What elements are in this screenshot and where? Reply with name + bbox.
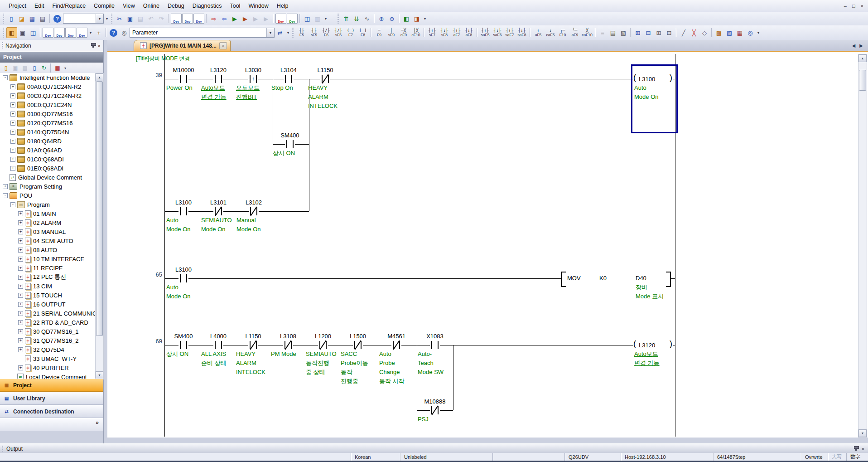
find-icon[interactable]: ◎ [119, 28, 129, 38]
tree-item-local-device-comment[interactable]: +⇄Local Device Comment [0, 372, 103, 379]
pin-icon[interactable] [855, 447, 857, 451]
tree-item-program-setting[interactable]: +≡Program Setting [0, 182, 103, 191]
scroll-down-icon[interactable]: ▼ [96, 371, 103, 379]
expander-icon[interactable]: + [10, 121, 15, 126]
expander-icon[interactable]: + [18, 275, 23, 280]
contact-l1200[interactable] [318, 341, 328, 349]
delete-column-icon[interactable]: ⊟ [664, 28, 674, 38]
expander-icon[interactable]: + [18, 284, 23, 289]
menu-find-replace[interactable]: Find/Replace [48, 1, 90, 10]
expander-icon[interactable]: + [18, 211, 23, 216]
contact-l3102[interactable] [249, 207, 259, 215]
sort-filter-dropdown-icon[interactable]: ▾ [63, 63, 68, 73]
contact-l1150[interactable] [320, 75, 330, 83]
change-tc-setting-icon[interactable]: ◇ [699, 28, 709, 38]
tree-item-00a0-qj71c24n-r2[interactable]: +00A0:QJ71C24N-R2 [0, 82, 103, 91]
falling-pulse-close-branch-button[interactable]: ┤↓├saF8 [516, 26, 528, 39]
tree-item-15-touch[interactable]: +╪15 TOUCH [0, 291, 103, 300]
expander-icon[interactable]: - [3, 193, 8, 198]
edit-options-dropdown-icon[interactable]: ▾ [285, 28, 291, 38]
expander-icon[interactable]: + [10, 112, 15, 117]
expander-icon[interactable]: + [18, 293, 23, 298]
menu-compile[interactable]: Compile [90, 1, 119, 10]
tree-item-03-manual[interactable]: +╪03 MANUAL [0, 227, 103, 236]
falling-pulse-branch-button[interactable]: ┤↓├aF8 [463, 26, 475, 39]
open-project-icon[interactable]: ◪ [17, 14, 27, 24]
local-device-monitor-icon[interactable]: ◧ [401, 14, 411, 24]
menu-view[interactable]: View [119, 1, 139, 10]
tree-item-0180-q64rd[interactable]: +0180:Q64RD [0, 136, 103, 146]
contact-sm400[interactable] [285, 140, 295, 148]
contact-l1150[interactable] [248, 341, 258, 349]
delete-connect-line-icon[interactable]: ╳ [689, 28, 699, 38]
device-comment-display-icon[interactable]: ▩ [714, 28, 724, 38]
expander-icon[interactable]: + [18, 229, 23, 234]
coil-l3120[interactable]: ()L3120 [633, 340, 673, 350]
menu-help[interactable]: Help [273, 1, 293, 10]
menu-online[interactable]: Online [139, 1, 164, 10]
contact-sm400[interactable] [178, 341, 188, 349]
cross-reference-icon[interactable]: + [94, 28, 104, 38]
stop-monitoring-icon[interactable]: ⇊ [352, 14, 362, 24]
note-display-icon[interactable]: ▦ [735, 28, 745, 38]
write-to-plc-icon[interactable]: ⇨ [209, 14, 219, 24]
editor-scrollbar[interactable]: ▲ ▼ [858, 54, 867, 438]
expander-icon[interactable]: + [10, 102, 15, 107]
delete-horizontal-line-button[interactable]: ─╳cF9 [398, 26, 410, 39]
menu-edit[interactable]: Edit [30, 1, 48, 10]
expander-icon[interactable]: + [10, 139, 15, 144]
delete-vertical-line-button[interactable]: │╳cF10 [410, 26, 422, 39]
comment-edit-icon[interactable]: ▧ [618, 28, 628, 38]
new-project-icon[interactable]: ▯ [6, 14, 16, 24]
horizontal-line-button[interactable]: ─F9 [373, 26, 385, 39]
expander-icon[interactable]: + [10, 93, 15, 98]
application-instruction-button[interactable]: [ ]F8 [357, 26, 369, 39]
close-icon[interactable]: × [861, 3, 863, 9]
expander-icon[interactable]: + [10, 148, 15, 153]
tree-item-16-output[interactable]: +╪16 OUTPUT [0, 300, 103, 309]
start-monitoring-icon[interactable]: ⇈ [341, 14, 351, 24]
rising-pulse-close-branch-button[interactable]: ┤↑├saF7 [504, 26, 516, 39]
tree-item-program[interactable]: -▤Program [0, 200, 103, 209]
instruction-operand[interactable]: K0 [599, 275, 607, 282]
expander-icon[interactable]: + [18, 257, 23, 262]
expander-icon[interactable]: + [18, 329, 23, 334]
expander-icon[interactable]: + [18, 365, 23, 370]
tree-item-02-alarm[interactable]: +╪02 ALARM [0, 218, 103, 227]
transfer-options-dropdown-icon[interactable]: ▾ [323, 14, 328, 24]
device-display-dropdown-icon[interactable]: ▾ [88, 28, 93, 38]
data-property-icon[interactable]: ▯ [30, 63, 39, 73]
tree-item-32-qd75d4[interactable]: +╪32 QD75D4 [0, 345, 103, 354]
chevron-more-icon[interactable]: » [96, 419, 99, 426]
edit-line-button[interactable]: ┌─F10 [557, 26, 569, 39]
device-monitor-icon[interactable]: Dev [182, 14, 193, 24]
pulse-operation-result-button[interactable]: ↓caF5 [545, 26, 556, 39]
contact-l3108[interactable] [283, 341, 293, 349]
delete-edge-button[interactable]: ╳caF10 [581, 26, 593, 39]
contact-m10000[interactable] [178, 75, 188, 83]
delete-row-icon[interactable]: ⊟ [643, 28, 653, 38]
find-device-combo[interactable]: ▼ [63, 14, 104, 24]
falling-pulse-close-button[interactable]: ┤↓├saF6 [492, 26, 503, 39]
rising-pulse-close-button[interactable]: ┤↑├saF5 [479, 26, 491, 39]
scrollbar-thumb[interactable] [859, 70, 866, 91]
expander-icon[interactable]: + [18, 347, 23, 352]
statement-icon[interactable]: ≡ [598, 28, 608, 38]
nav-button-project[interactable]: ▣Project [0, 379, 103, 392]
coil-button[interactable]: ( )F7 [345, 26, 357, 39]
rising-pulse-button[interactable]: ┤↑├sF7 [426, 26, 438, 39]
ladder-editor[interactable]: [Title]장비 MODE 변경 396569M10000Power OnL3… [107, 51, 868, 438]
device-statement-icon[interactable]: Dev [54, 28, 65, 38]
device-batch-monitor-icon[interactable]: Dev [275, 14, 286, 24]
menu-tool[interactable]: Tool [226, 1, 244, 10]
tree-item-04-semi-auto[interactable]: +╪04 SEMI AUTO [0, 236, 103, 245]
sort-filter-icon[interactable]: ▦ [53, 63, 62, 73]
tree-item-08-auto[interactable]: +╪08 AUTO [0, 245, 103, 254]
close-icon[interactable]: × [862, 446, 864, 452]
monitor-options-dropdown-icon[interactable]: ▾ [422, 14, 428, 24]
tree-item-10-tm-interface[interactable]: +╪10 TM INTERFACE [0, 254, 103, 263]
contact-l4000[interactable] [213, 341, 223, 349]
tree-scrollbar[interactable]: ▲ ▼ [95, 73, 104, 379]
tree-item-21-serial-communication[interactable]: +╪21 SERIAL COMMUNICATION [0, 309, 103, 318]
tree-item-40-purifier[interactable]: +╪40 PURIFIER [0, 363, 103, 372]
